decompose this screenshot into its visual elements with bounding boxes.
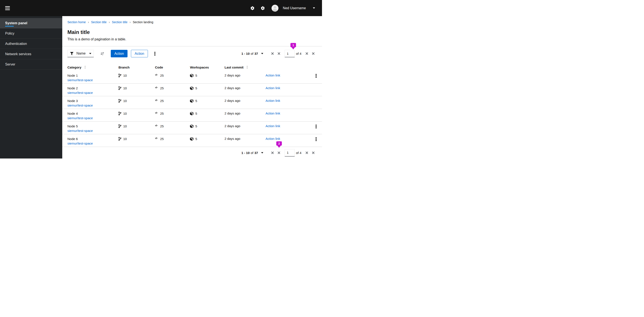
space-link[interactable]: siemur/test-space <box>68 91 93 95</box>
pagination-of-word: of <box>251 52 254 55</box>
action-cell: Action link <box>266 71 315 83</box>
table-row: Node 3 siemur/test-space 10 25 <box>62 96 322 109</box>
last-commit-cell: 2 days ago <box>224 71 266 83</box>
pagination-menu-toggle[interactable]: 1 - 10 of 37 <box>241 151 264 155</box>
filter-attribute-select[interactable]: Name <box>68 50 94 57</box>
last-page-button[interactable] <box>312 52 315 55</box>
table-row: Node 5 siemur/test-space 10 25 <box>62 122 322 134</box>
column-header-last-commit[interactable]: Last commit <box>224 64 266 71</box>
sidebar-item-authentication[interactable]: Authentication <box>0 39 62 49</box>
space-link[interactable]: siemur/test-space <box>68 104 93 107</box>
toolbar-kebab-button[interactable] <box>154 51 156 57</box>
workspaces-count: 5 <box>195 99 197 103</box>
previous-page-button[interactable] <box>277 52 281 55</box>
pagination-menu-toggle[interactable]: 1 - 10 of 37 <box>241 52 264 55</box>
table-row: Node 1 siemur/test-space 10 25 <box>62 71 322 84</box>
next-page-button[interactable] <box>305 52 309 55</box>
space-link[interactable]: siemur/test-space <box>68 116 93 120</box>
branch-cell: 10 <box>118 96 155 109</box>
row-action-link[interactable]: Action link <box>266 86 280 90</box>
row-kebab-cell <box>315 134 322 147</box>
chevron-right-icon: › <box>88 20 89 24</box>
node-name: Node 3 <box>68 99 118 103</box>
arrows-vertical-icon[interactable] <box>246 66 248 69</box>
first-page-button[interactable] <box>271 151 274 155</box>
settings-button[interactable] <box>250 6 254 10</box>
sidebar-item-policy[interactable]: Policy <box>0 28 62 39</box>
branch-count: 10 <box>123 99 127 103</box>
code-cell: 25 <box>155 109 190 121</box>
last-commit-value: 2 days ago <box>224 86 240 90</box>
sort-button[interactable] <box>100 52 104 55</box>
code-icon <box>155 87 157 89</box>
code-icon <box>155 137 157 139</box>
settings-button-2[interactable] <box>261 6 265 10</box>
column-header-label: Category <box>68 66 81 69</box>
workspaces-count: 5 <box>195 86 197 90</box>
row-kebab-cell <box>315 84 322 96</box>
last-commit-cell: 2 days ago <box>224 96 266 109</box>
space-link[interactable]: siemur/test-space <box>68 142 93 145</box>
caret-down-icon <box>261 152 264 154</box>
branch-cell: 10 <box>118 71 155 83</box>
pagination-nav: of 4 <box>271 50 315 57</box>
pagination-total: 37 <box>254 151 258 155</box>
row-kebab-button[interactable] <box>315 124 318 129</box>
first-page-button[interactable] <box>271 52 274 55</box>
column-header-actions <box>266 64 315 71</box>
sort-amount-down-icon <box>100 52 104 55</box>
action-cell: Action link <box>266 84 315 96</box>
last-page-button[interactable] <box>312 151 315 155</box>
row-action-link[interactable]: Action link <box>266 74 280 77</box>
close-x-icon <box>278 151 280 154</box>
row-kebab-button[interactable] <box>315 136 318 142</box>
column-header-label: Workspaces <box>190 66 209 69</box>
masthead: Ned Username <box>0 0 322 16</box>
branch-cell: 10 <box>118 122 155 134</box>
sidebar-item-system-panel[interactable]: System panel <box>0 18 62 28</box>
next-page-button[interactable] <box>305 151 309 155</box>
code-count: 25 <box>160 124 164 128</box>
row-action-link[interactable]: Action link <box>266 137 280 140</box>
workspaces-cell: 5 <box>190 96 224 109</box>
branch-cell: 10 <box>118 134 155 147</box>
sidebar-item-label: System panel <box>5 21 27 25</box>
primary-action-button[interactable]: Action <box>111 50 128 57</box>
close-x-icon <box>278 52 280 55</box>
column-header-label: Last commit <box>224 66 244 69</box>
arrows-vertical-icon[interactable] <box>84 66 86 69</box>
page-count-label: of 4 <box>296 151 302 155</box>
user-menu[interactable]: Ned Username <box>272 5 315 12</box>
hamburger-icon <box>5 8 10 8</box>
breadcrumb-link[interactable]: Section title <box>112 20 127 24</box>
cube-icon <box>190 137 194 141</box>
breadcrumb: Section home › Section title › Section t… <box>62 16 322 24</box>
branch-cell: 10 <box>118 109 155 121</box>
row-action-link[interactable]: Action link <box>266 112 280 115</box>
current-page-input[interactable] <box>285 50 295 57</box>
space-link[interactable]: siemur/test-space <box>68 78 93 82</box>
secondary-action-button[interactable]: Action <box>131 50 148 57</box>
breadcrumb-link[interactable]: Section title <box>91 20 106 24</box>
workspaces-cell: 5 <box>190 109 224 121</box>
space-link[interactable]: siemur/test-space <box>68 129 93 133</box>
row-kebab-button[interactable] <box>315 73 318 79</box>
code-icon <box>155 112 157 114</box>
code-cell: 25 <box>155 84 190 96</box>
chevron-right-icon: › <box>130 20 131 24</box>
breadcrumb-link[interactable]: Section home <box>68 20 86 24</box>
breadcrumb-current: Section landing <box>133 20 153 24</box>
row-action-link[interactable]: Action link <box>266 124 280 128</box>
page-title: Main title <box>68 29 317 35</box>
sidebar-item-server[interactable]: Server <box>0 59 62 70</box>
column-header-category[interactable]: Category <box>62 64 118 71</box>
branch-count: 10 <box>123 124 127 128</box>
previous-page-button[interactable] <box>277 151 281 155</box>
current-page-input[interactable] <box>285 149 295 157</box>
code-count: 25 <box>160 86 164 90</box>
row-action-link[interactable]: Action link <box>266 99 280 102</box>
node-name: Node 4 <box>68 112 118 116</box>
workspaces-cell: 5 <box>190 134 224 147</box>
nav-toggle-button[interactable] <box>5 6 10 10</box>
sidebar-item-network-services[interactable]: Network services <box>0 49 62 59</box>
